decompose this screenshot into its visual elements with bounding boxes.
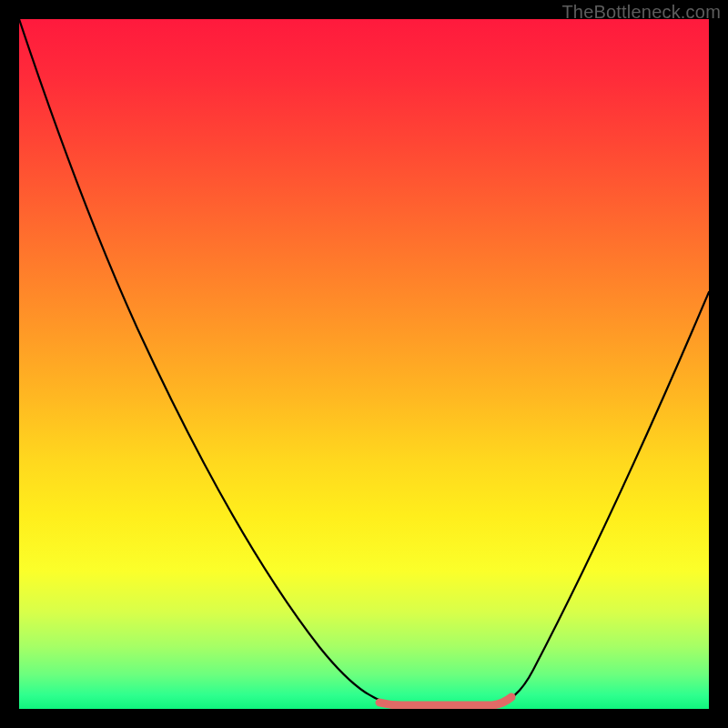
bottleneck-curve	[19, 19, 709, 705]
bottleneck-chart	[19, 19, 709, 709]
sweet-spot-band	[379, 697, 511, 705]
chart-frame	[19, 19, 709, 709]
watermark-text: TheBottleneck.com	[561, 2, 721, 23]
